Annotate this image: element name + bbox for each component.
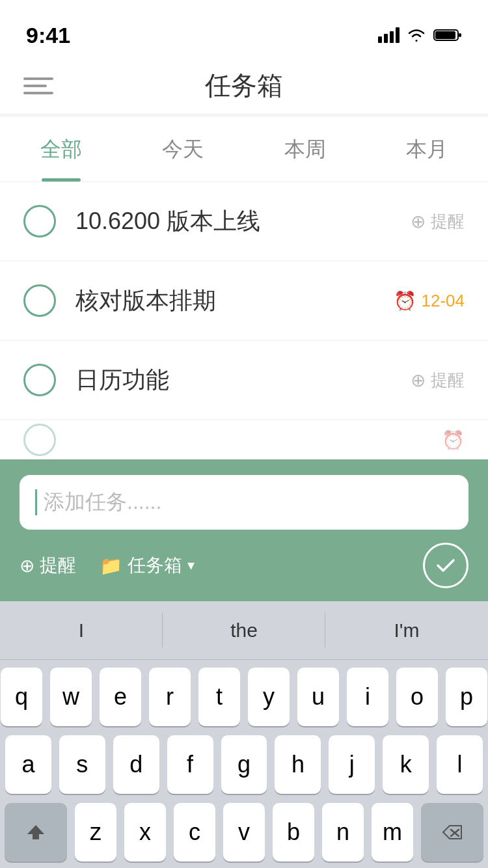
folder-button[interactable]: 📁 任务箱 ▾	[100, 553, 195, 578]
key-b[interactable]: b	[273, 803, 314, 861]
text-cursor	[35, 489, 37, 515]
chevron-down-icon: ▾	[187, 557, 195, 574]
wifi-icon	[406, 27, 427, 43]
key-y[interactable]: y	[248, 668, 290, 726]
key-i[interactable]: i	[347, 668, 388, 726]
tab-month[interactable]: 本月	[366, 117, 489, 182]
add-reminder-button[interactable]: ⊕ 提醒	[20, 553, 76, 578]
task-item[interactable]: 日历功能 ⊕ 提醒	[0, 341, 488, 419]
task-text: 核对版本排期	[75, 285, 394, 317]
key-row-3: z x c v b n m	[5, 803, 483, 861]
clock-icon: ⏰	[394, 290, 416, 312]
tab-all[interactable]: 全部	[0, 117, 122, 182]
reminder-icon: ⊕	[411, 211, 426, 232]
key-r[interactable]: r	[149, 668, 191, 726]
task-item-partial: ⏰	[0, 420, 488, 459]
key-e[interactable]: e	[100, 668, 141, 726]
task-reminder-active[interactable]: ⏰ 12-04	[394, 290, 465, 312]
tab-week[interactable]: 本周	[244, 117, 366, 182]
nav-bar: 任务箱	[0, 57, 488, 115]
delete-key[interactable]	[421, 803, 483, 861]
key-x[interactable]: x	[124, 803, 166, 861]
reminder-add-icon: ⊕	[20, 555, 34, 576]
task-text: 10.6200 版本上线	[75, 206, 411, 237]
add-task-panel: 添加任务...... ⊕ 提醒 📁 任务箱 ▾	[0, 459, 488, 601]
key-u[interactable]: u	[297, 668, 339, 726]
task-reminder[interactable]: ⊕ 提醒	[411, 369, 465, 392]
key-t[interactable]: t	[198, 668, 240, 726]
key-j[interactable]: j	[329, 735, 375, 794]
task-item[interactable]: 10.6200 版本上线 ⊕ 提醒	[0, 182, 488, 260]
keyboard-rows: q w e r t y u i o p a s d f g h j k l	[0, 660, 488, 868]
key-row-2: a s d f g h j k l	[5, 735, 483, 794]
tab-today[interactable]: 今天	[122, 117, 245, 182]
svg-marker-3	[27, 825, 44, 839]
task-checkbox[interactable]	[23, 284, 56, 317]
menu-icon[interactable]	[23, 77, 53, 94]
add-task-actions: ⊕ 提醒 📁 任务箱 ▾	[20, 543, 468, 588]
suggestion-the[interactable]: the	[163, 601, 325, 659]
keyboard-suggestions: I the I'm	[0, 601, 488, 660]
key-v[interactable]: v	[223, 803, 265, 861]
key-k[interactable]: k	[383, 735, 429, 794]
shift-key[interactable]	[5, 803, 67, 861]
keyboard: I the I'm q w e r t y u i o p a s d f g	[0, 601, 488, 868]
signal-icon	[378, 27, 400, 43]
page-title: 任务箱	[205, 68, 283, 103]
key-l[interactable]: l	[437, 735, 483, 794]
task-reminder-partial: ⏰	[442, 429, 465, 451]
suggestion-im[interactable]: I'm	[325, 601, 488, 659]
reminder-icon: ⊕	[411, 370, 426, 391]
key-h[interactable]: h	[275, 735, 321, 794]
status-bar: 9:41	[0, 0, 488, 57]
svg-rect-1	[435, 31, 455, 39]
key-f[interactable]: f	[167, 735, 213, 794]
add-task-placeholder: 添加任务......	[44, 488, 161, 517]
battery-icon	[433, 27, 462, 43]
key-w[interactable]: w	[50, 668, 92, 726]
key-row-1: q w e r t y u i o p	[5, 668, 483, 726]
status-time: 9:41	[26, 23, 70, 48]
confirm-button[interactable]	[423, 543, 468, 588]
suggestion-I[interactable]: I	[0, 601, 163, 659]
key-d[interactable]: d	[113, 735, 159, 794]
key-o[interactable]: o	[396, 668, 438, 726]
task-reminder[interactable]: ⊕ 提醒	[411, 210, 465, 233]
tabs-bar: 全部 今天 本周 本月	[0, 117, 488, 182]
clock-icon-partial: ⏰	[442, 429, 465, 451]
key-m[interactable]: m	[372, 803, 413, 861]
key-a[interactable]: a	[5, 735, 51, 794]
key-g[interactable]: g	[221, 735, 267, 794]
key-p[interactable]: p	[446, 668, 487, 726]
task-checkbox[interactable]	[23, 205, 56, 237]
task-item[interactable]: 核对版本排期 ⏰ 12-04	[0, 262, 488, 340]
svg-rect-2	[459, 33, 461, 37]
delete-icon	[441, 823, 464, 841]
key-n[interactable]: n	[322, 803, 364, 861]
key-s[interactable]: s	[59, 735, 105, 794]
task-checkbox[interactable]	[23, 364, 56, 396]
shift-icon	[26, 822, 46, 842]
task-text: 日历功能	[75, 364, 411, 396]
checkmark-icon	[434, 554, 457, 577]
folder-icon: 📁	[100, 555, 122, 576]
task-checkbox	[23, 424, 56, 456]
task-list: 10.6200 版本上线 ⊕ 提醒 核对版本排期 ⏰ 12-04 日历功能 ⊕ …	[0, 182, 488, 459]
status-icons	[378, 27, 462, 43]
key-c[interactable]: c	[174, 803, 215, 861]
add-task-input[interactable]: 添加任务......	[20, 475, 468, 530]
key-q[interactable]: q	[1, 668, 42, 726]
key-z[interactable]: z	[75, 803, 116, 861]
